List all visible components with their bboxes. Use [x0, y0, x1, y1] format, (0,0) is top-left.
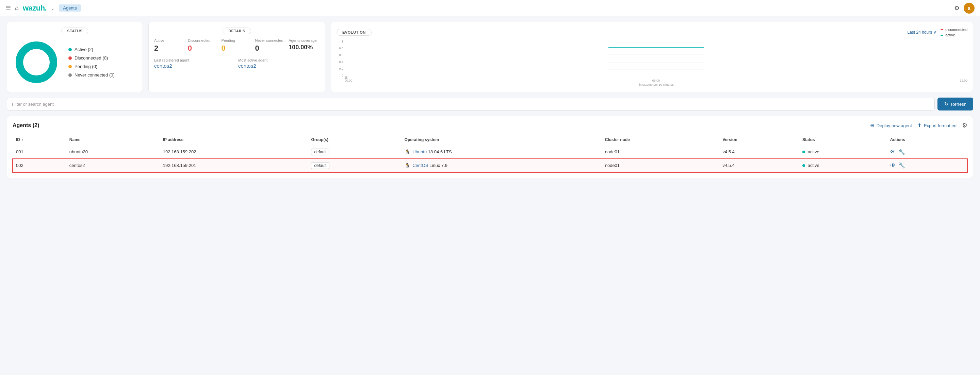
status-card-title: STATUS	[61, 27, 88, 34]
group-badge[interactable]: default	[311, 149, 329, 155]
agents-badge[interactable]: Agents	[59, 5, 81, 11]
row-id: 002	[13, 159, 66, 172]
legend-pending: Pending (0)	[68, 64, 115, 69]
view-agent-button[interactable]: 👁	[890, 163, 896, 169]
evolution-filter-button[interactable]: Last 24 hours ∨	[907, 30, 937, 35]
table-row: 001 ubuntu20 192.168.159.202 default 🐧 U…	[13, 145, 967, 159]
row-actions: 👁 🔧	[887, 145, 967, 159]
row-ip: 192.168.159.201	[159, 159, 308, 172]
col-cluster[interactable]: Cluster node	[601, 134, 719, 145]
row-id: 001	[13, 145, 66, 159]
col-id[interactable]: ID ↑	[13, 134, 66, 145]
row-cluster: node01	[601, 159, 719, 172]
row-ip: 192.168.159.202	[159, 145, 308, 159]
evolution-card: EVOLUTION Last 24 hours ∨ disconnected	[331, 22, 973, 92]
status-card: STATUS Active (2) Disconnected (0)	[7, 22, 143, 92]
row-status: active	[799, 145, 887, 159]
table-header-row: ID ↑ Name IP address Group(s) Operating …	[13, 134, 967, 145]
table-row: 002 centos2 192.168.159.201 default 🐧 Ce…	[13, 159, 967, 172]
details-grid: Active 2 Disconnected 0 Pending 0 Never …	[154, 38, 320, 53]
evolution-legend-disconnected: disconnected	[940, 27, 967, 32]
col-ip[interactable]: IP address	[159, 134, 308, 145]
col-os[interactable]: Operating system	[401, 134, 601, 145]
evolution-card-title: EVOLUTION	[337, 29, 372, 36]
legend-never-connected: Never connected (0)	[68, 73, 115, 78]
refresh-icon: ↻	[944, 101, 949, 107]
cards-row: STATUS Active (2) Disconnected (0)	[7, 22, 973, 92]
chart-x-labels: 00:00 06:00 12:00	[345, 79, 967, 82]
deploy-new-agent-button[interactable]: ⊕ Deploy new agent	[870, 122, 912, 128]
row-name: centos2	[66, 159, 159, 172]
view-agent-button[interactable]: 👁	[890, 149, 896, 155]
row-os: 🐧 CentOS Linux 7.9	[401, 159, 601, 172]
row-actions: 👁 🔧	[887, 159, 967, 172]
disconnected-dot	[68, 57, 72, 60]
search-row: Filter or search agent ↻ Refresh	[7, 98, 973, 111]
donut-chart	[13, 38, 60, 86]
table-body: 001 ubuntu20 192.168.159.202 default 🐧 U…	[13, 145, 967, 172]
row-name: ubuntu20	[66, 145, 159, 159]
main-content: STATUS Active (2) Disconnected (0)	[0, 16, 980, 184]
evolution-legend-active: active	[940, 33, 967, 37]
details-footer: Last registered agent centos2 Most activ…	[154, 58, 320, 69]
agent-config-button[interactable]: 🔧	[898, 149, 905, 155]
export-icon: ⬆	[917, 122, 922, 128]
agent-config-button[interactable]: 🔧	[898, 162, 905, 169]
legend-disconnected: Disconnected (0)	[68, 55, 115, 60]
avatar[interactable]: a	[964, 3, 975, 14]
evolution-chart-svg	[345, 40, 967, 77]
settings-icon[interactable]: ⚙	[954, 5, 959, 12]
row-group: default	[308, 145, 401, 159]
col-groups[interactable]: Group(s)	[308, 134, 401, 145]
chart-legend-icon[interactable]: ≡	[345, 75, 347, 80]
agents-actions: ⊕ Deploy new agent ⬆ Export formatted ⚙	[870, 122, 967, 129]
hamburger-icon[interactable]: ☰	[5, 5, 11, 12]
evolution-legend: disconnected active	[940, 27, 967, 37]
chart-y-axis: 1 0.8 0.6 0.4 0.2 0	[337, 40, 345, 77]
row-os: 🐧 Ubuntu 18.04.6 LTS	[401, 145, 601, 159]
nav-chevron-icon[interactable]: ⌄	[51, 5, 55, 11]
detail-never: Never connected 0	[255, 38, 286, 53]
details-card-title: DETAILS	[223, 27, 251, 34]
pending-dot	[68, 65, 72, 68]
status-content: Active (2) Disconnected (0) Pending (0) …	[13, 38, 137, 86]
most-active-agent: Most active agent centos2	[238, 58, 320, 69]
table-settings-icon[interactable]: ⚙	[962, 122, 967, 129]
status-active-dot	[802, 164, 805, 167]
agents-section: Agents (2) ⊕ Deploy new agent ⬆ Export f…	[7, 116, 973, 178]
table-header: ID ↑ Name IP address Group(s) Operating …	[13, 134, 967, 145]
col-actions: Actions	[887, 134, 967, 145]
sort-icon: ↑	[22, 138, 24, 142]
export-formatted-button[interactable]: ⬆ Export formatted	[917, 122, 956, 128]
never-connected-dot	[68, 73, 72, 77]
last-registered-agent: Last registered agent centos2	[154, 58, 235, 69]
logo: wazuh.	[23, 4, 47, 13]
most-active-link[interactable]: centos2	[238, 63, 256, 69]
evolution-header: EVOLUTION Last 24 hours ∨ disconnected	[337, 27, 967, 37]
home-icon[interactable]: ⌂	[15, 5, 19, 11]
chart-x-subtitle: timestamp per 10 minutes	[345, 83, 967, 86]
status-active-dot	[802, 150, 805, 153]
topnav: ☰ ⌂ wazuh. ⌄ Agents ⚙ a	[0, 0, 980, 16]
plus-circle-icon: ⊕	[870, 122, 875, 128]
active-dot	[68, 48, 72, 51]
group-badge[interactable]: default	[311, 162, 329, 169]
os-icon: 🐧	[404, 163, 410, 168]
col-status[interactable]: Status	[799, 134, 887, 145]
svg-point-0	[19, 45, 53, 79]
agents-title: Agents (2)	[13, 122, 39, 128]
evolution-disconnected-dot	[940, 29, 943, 30]
agents-table: ID ↑ Name IP address Group(s) Operating …	[13, 134, 967, 172]
row-group: default	[308, 159, 401, 172]
col-version[interactable]: Version	[719, 134, 799, 145]
col-name[interactable]: Name	[66, 134, 159, 145]
row-cluster: node01	[601, 145, 719, 159]
search-input[interactable]: Filter or search agent	[7, 98, 935, 111]
row-version: v4.5.4	[719, 145, 799, 159]
refresh-button[interactable]: ↻ Refresh	[937, 98, 973, 111]
evolution-active-dot	[940, 35, 943, 36]
last-registered-link[interactable]: centos2	[154, 63, 172, 69]
row-version: v4.5.4	[719, 159, 799, 172]
row-status: active	[799, 159, 887, 172]
detail-pending: Pending 0	[221, 38, 253, 53]
